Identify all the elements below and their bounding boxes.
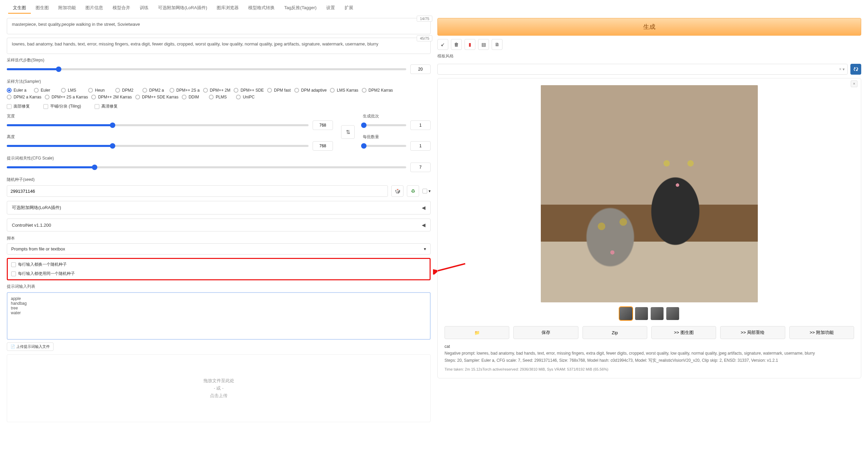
hires-check[interactable]: 高清修复 xyxy=(95,104,118,109)
sampler-Euler[interactable]: Euler xyxy=(34,88,58,93)
tab-10[interactable]: 设置 xyxy=(321,3,340,14)
tab-0[interactable]: 文生图 xyxy=(8,3,31,14)
prompt-list-label: 提示词输入列表 xyxy=(7,284,431,289)
steps-value[interactable] xyxy=(410,64,431,74)
tiling-check[interactable]: 平铺/分块 (Tiling) xyxy=(43,104,81,109)
seed-input[interactable] xyxy=(7,185,388,197)
batch-size-slider[interactable] xyxy=(363,145,406,147)
sampler-Euler-a[interactable]: Euler a xyxy=(7,88,31,93)
sampler-LMS-Karras[interactable]: LMS Karras xyxy=(330,88,358,93)
tab-5[interactable]: 训练 xyxy=(135,3,153,14)
save-icon[interactable]: 🗎 xyxy=(492,39,502,50)
sampler-LMS[interactable]: LMS xyxy=(61,88,85,93)
height-label: 高度 xyxy=(7,134,333,140)
sampler-DPM2[interactable]: DPM2 xyxy=(115,88,139,93)
sampler-DPM++-2M[interactable]: DPM++ 2M xyxy=(203,88,231,93)
controlnet-accordion[interactable]: ControlNet v1.1.200◀ xyxy=(7,219,431,231)
send-extras-button[interactable]: >> 附加功能 xyxy=(789,326,854,339)
template-label: 模板风格 xyxy=(437,53,861,59)
save-button[interactable]: 保存 xyxy=(513,326,578,339)
tab-9[interactable]: Tag反推(Tagger) xyxy=(279,3,321,14)
template-select[interactable]: × ▾ xyxy=(437,64,848,75)
tab-1[interactable]: 图生图 xyxy=(31,3,54,14)
face-restore-check[interactable]: 面部修复 xyxy=(7,104,30,109)
script-select[interactable]: Prompts from file or textbox▾ xyxy=(7,243,431,255)
height-value[interactable] xyxy=(313,141,333,151)
sampler-DPM++-SDE-Karras[interactable]: DPM++ SDE Karras xyxy=(135,95,178,99)
batch-count-slider[interactable] xyxy=(363,124,406,126)
thumb-2[interactable] xyxy=(635,307,648,320)
open-folder-button[interactable]: 📁 xyxy=(445,326,509,339)
batch-count-value[interactable] xyxy=(410,120,431,130)
positive-prompt[interactable]: 14/75 masterpiece, best quality,people w… xyxy=(7,18,431,34)
width-value[interactable] xyxy=(313,120,333,130)
tab-11[interactable]: 扩展 xyxy=(340,3,358,14)
thumb-4[interactable] xyxy=(666,307,679,320)
positive-count: 14/75 xyxy=(417,16,432,22)
sampler-label: 采样方法(Sampler) xyxy=(7,79,431,84)
swap-wh-button[interactable]: ⇅ xyxy=(341,125,355,139)
sampler-DDIM[interactable]: DDIM xyxy=(182,95,205,99)
close-result-button[interactable]: × xyxy=(851,80,857,87)
toolbar-icons: ↙ 🗑 ▮ ▤ 🗎 xyxy=(437,39,861,50)
tab-4[interactable]: 模型合并 xyxy=(108,3,135,14)
sampler-DPM++-SDE[interactable]: DPM++ SDE xyxy=(234,88,264,93)
sampler-DPM++-2S-a-Karras[interactable]: DPM++ 2S a Karras xyxy=(45,95,88,99)
tab-6[interactable]: 可选附加网络(LoRA插件) xyxy=(153,3,212,14)
sampler-DPM++-2S-a[interactable]: DPM++ 2S a xyxy=(170,88,200,93)
positive-prompt-text: masterpiece, best quality,people walking… xyxy=(12,22,140,27)
width-slider[interactable] xyxy=(7,124,309,126)
sampler-list: Euler aEulerLMSHeunDPM2DPM2 aDPM++ 2S aD… xyxy=(7,88,431,99)
highlighted-options: 每行输入都换一个随机种子 每行输入都使用同一个随机种子 xyxy=(7,258,431,280)
sampler-DPM2-a-Karras[interactable]: DPM2 a Karras xyxy=(7,95,41,99)
arrow-icon[interactable]: ↙ xyxy=(437,39,448,50)
tab-8[interactable]: 模型格式转换 xyxy=(243,3,279,14)
seed-label: 随机种子(seed) xyxy=(7,177,431,183)
sampler-UniPC[interactable]: UniPC xyxy=(236,95,260,99)
batch-size-label: 每批数量 xyxy=(363,134,431,140)
upload-prompts-button[interactable]: 📄 上传提示词输入文件 xyxy=(7,342,54,351)
batch-size-value[interactable] xyxy=(410,141,431,151)
result-thumbnails xyxy=(445,307,854,320)
seed-random-button[interactable]: 🎲 xyxy=(391,185,403,197)
seed-recycle-button[interactable]: ♻ xyxy=(407,185,419,197)
cfg-value[interactable] xyxy=(410,163,431,172)
tab-3[interactable]: 图片信息 xyxy=(81,3,108,14)
rand-seed-per-line-check[interactable]: 每行输入都换一个随机种子 xyxy=(11,262,426,267)
negative-prompt-text: lowres, bad anatomy, bad hands, text, er… xyxy=(12,41,378,46)
sampler-DPM-fast[interactable]: DPM fast xyxy=(267,88,291,93)
sampler-Heun[interactable]: Heun xyxy=(88,88,112,93)
refresh-styles-button[interactable]: 🗘 xyxy=(850,64,861,75)
cfg-slider[interactable] xyxy=(7,166,406,168)
steps-slider[interactable] xyxy=(7,68,406,70)
file-dropzone[interactable]: 拖放文件至此处 - 或 - 点击上传 xyxy=(7,354,431,422)
sampler-DPM++-2M-Karras[interactable]: DPM++ 2M Karras xyxy=(91,95,132,99)
same-seed-per-line-check[interactable]: 每行输入都使用同一个随机种子 xyxy=(11,271,426,277)
time-info: Time taken: 2m 15.12sTorch active/reserv… xyxy=(445,367,854,371)
sampler-DPM2-Karras[interactable]: DPM2 Karras xyxy=(362,88,393,93)
generate-button[interactable]: 生成 xyxy=(437,18,861,36)
seed-extra-toggle[interactable]: ▾ xyxy=(422,185,431,197)
trash-icon[interactable]: 🗑 xyxy=(451,39,462,50)
thumb-1[interactable] xyxy=(619,307,632,320)
result-panel: × 📁 保存 Zip >> 图生图 >> 局部重绘 >> 附加功能 cat Ne… xyxy=(437,78,861,378)
stop-icon[interactable]: ▮ xyxy=(465,39,475,50)
sampler-DPM-adaptive[interactable]: DPM adaptive xyxy=(294,88,327,93)
width-label: 宽度 xyxy=(7,113,333,119)
zip-button[interactable]: Zip xyxy=(583,326,647,339)
batch-count-label: 生成批次 xyxy=(363,113,431,119)
script-label: 脚本 xyxy=(7,236,431,241)
sampler-PLMS[interactable]: PLMS xyxy=(209,95,233,99)
height-slider[interactable] xyxy=(7,145,309,147)
lora-accordion[interactable]: 可选附加网络(LoRA插件)◀ xyxy=(7,201,431,214)
thumb-3[interactable] xyxy=(651,307,664,320)
tab-2[interactable]: 附加功能 xyxy=(54,3,81,14)
send-inpaint-button[interactable]: >> 局部重绘 xyxy=(720,326,785,339)
prompt-list-textarea[interactable]: apple handbag tree water xyxy=(7,292,431,340)
tab-7[interactable]: 图库浏览器 xyxy=(212,3,243,14)
negative-prompt[interactable]: 45/75 lowres, bad anatomy, bad hands, te… xyxy=(7,38,431,54)
card-icon[interactable]: ▤ xyxy=(478,39,489,50)
sampler-DPM2-a[interactable]: DPM2 a xyxy=(142,88,166,93)
send-img2img-button[interactable]: >> 图生图 xyxy=(651,326,716,339)
result-image[interactable] xyxy=(541,85,758,302)
